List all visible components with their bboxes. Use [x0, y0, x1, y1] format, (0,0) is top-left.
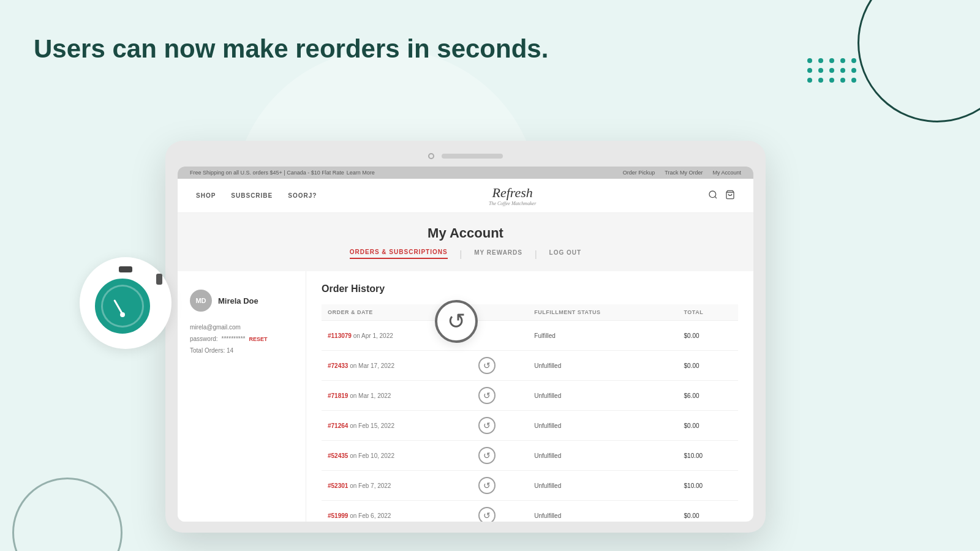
tab-my-rewards[interactable]: MY REWARDS [474, 249, 522, 258]
table-row: #71264 on Feb 15, 2022 ↺ Unfulfilled $0.… [322, 411, 738, 441]
col-fulfillment: FULFILLMENT STATUS [528, 304, 677, 321]
fulfillment-status: Unfulfilled [528, 471, 677, 501]
stopwatch-side-button [156, 274, 162, 285]
stopwatch-top-button [119, 266, 132, 272]
reorder-button[interactable]: ↺ [478, 387, 496, 404]
reorder-cell: ↺ [472, 441, 528, 471]
fulfillment-status: Unfulfilled [528, 441, 677, 471]
user-sidebar: MD Mirela Doe mirela@gmail.com password:… [178, 271, 306, 522]
tab-separator: | [460, 249, 462, 259]
order-link[interactable]: #71819 [328, 392, 348, 399]
main-nav: SHOP SUBSCRIBE SOORJ? Refresh The Coffee… [178, 179, 753, 213]
logo-subtitle: The Coffee Matchmaker [489, 201, 536, 206]
page-headline: Users can now make reorders in seconds. [34, 34, 548, 64]
order-total: $10.00 [678, 471, 738, 501]
large-reorder-button[interactable]: ↺ [435, 300, 478, 343]
password-label: password: [190, 335, 218, 342]
table-row: #51999 on Feb 6, 2022 ↺ Unfulfilled $0.0… [322, 501, 738, 522]
col-reorder [472, 304, 528, 321]
order-total: $0.00 [678, 321, 738, 351]
tablet-pill [442, 154, 503, 159]
nav-icon-group [708, 190, 735, 202]
tab-log-out[interactable]: LOG OUT [549, 249, 582, 258]
reorder-cell: ↺ [472, 471, 528, 501]
order-date: on Apr 1, 2022 [353, 332, 393, 339]
reorder-button[interactable]: ↺ [478, 477, 496, 494]
table-header-row: ORDER & DATE FULFILLMENT STATUS TOTAL [322, 304, 738, 321]
table-row: #72433 on Mar 17, 2022 ↺ Unfulfilled $0.… [322, 351, 738, 381]
reorder-button[interactable]: ↺ [478, 357, 496, 374]
order-link[interactable]: #71264 [328, 422, 348, 429]
password-mask: ********** [222, 335, 246, 342]
order-date: on Feb 6, 2022 [350, 512, 391, 519]
order-total: $6.00 [678, 381, 738, 411]
account-tabs: ORDERS & SUBSCRIPTIONS | MY REWARDS | LO… [190, 249, 741, 259]
page-header: My Account ORDERS & SUBSCRIPTIONS | MY R… [178, 213, 753, 271]
order-total: $0.00 [678, 351, 738, 381]
order-table: ORDER & DATE FULFILLMENT STATUS TOTAL #1… [322, 304, 738, 522]
tablet-camera [428, 153, 434, 159]
stopwatch-body [95, 279, 150, 334]
announcement-text: Free Shipping on all U.S. orders $45+ | … [190, 170, 375, 176]
reorder-button[interactable]: ↺ [478, 447, 496, 464]
order-total: $10.00 [678, 441, 738, 471]
table-row: #52435 on Feb 10, 2022 ↺ Unfulfilled $10… [322, 441, 738, 471]
order-history-title: Order History [322, 283, 738, 294]
reorder-cell: ↺ [472, 321, 528, 351]
fulfillment-status: Unfulfilled [528, 351, 677, 381]
nav-soorj[interactable]: SOORJ? [288, 192, 317, 199]
stopwatch-illustration [80, 257, 172, 349]
order-link[interactable]: #72433 [328, 362, 348, 369]
svg-line-1 [715, 197, 717, 198]
order-pickup-link[interactable]: Order Pickup [623, 170, 655, 176]
track-order-link[interactable]: Track My Order [665, 170, 703, 176]
order-id-date: #71264 on Feb 15, 2022 [322, 411, 472, 441]
announcement-bar: Free Shipping on all U.S. orders $45+ | … [178, 167, 753, 179]
fulfillment-status: Unfulfilled [528, 411, 677, 441]
total-orders: Total Orders: 14 [190, 347, 293, 354]
fulfillment-status: Unfulfilled [528, 381, 677, 411]
order-id-date: #72433 on Mar 17, 2022 [322, 351, 472, 381]
stopwatch-center [120, 312, 125, 317]
stopwatch-face [101, 285, 144, 328]
order-date: on Feb 15, 2022 [350, 422, 394, 429]
page-title: My Account [190, 225, 741, 241]
order-section: Order History ORDER & DATE FULFILLMENT S… [306, 271, 753, 522]
order-date: on Mar 1, 2022 [350, 392, 391, 399]
order-link[interactable]: #51999 [328, 512, 348, 519]
search-icon[interactable] [708, 190, 718, 202]
order-total: $0.00 [678, 501, 738, 522]
order-total: $0.00 [678, 411, 738, 441]
tab-orders-subscriptions[interactable]: ORDERS & SUBSCRIPTIONS [350, 249, 448, 259]
order-id-date: #52435 on Feb 10, 2022 [322, 441, 472, 471]
logo[interactable]: Refresh The Coffee Matchmaker [489, 185, 536, 206]
table-row: #71819 on Mar 1, 2022 ↺ Unfulfilled $6.0… [322, 381, 738, 411]
table-row: #52301 on Feb 7, 2022 ↺ Unfulfilled $10.… [322, 471, 738, 501]
reorder-button[interactable]: ↺ [478, 507, 496, 522]
order-date: on Mar 17, 2022 [350, 362, 394, 369]
tablet-notch [178, 153, 753, 159]
nav-links: SHOP SUBSCRIBE SOORJ? [196, 192, 317, 199]
reorder-overlay: ↺ [435, 300, 478, 343]
reset-password-link[interactable]: RESET [249, 336, 268, 342]
tab-separator-2: | [535, 249, 537, 259]
logo-text: Refresh [489, 185, 536, 201]
cart-icon[interactable] [725, 190, 735, 202]
user-password-row: password: ********** RESET [190, 335, 293, 342]
reorder-cell: ↺ [472, 351, 528, 381]
learn-more-link[interactable]: Learn More [347, 170, 375, 176]
my-account-link[interactable]: My Account [712, 170, 741, 176]
nav-shop[interactable]: SHOP [196, 192, 216, 199]
order-link[interactable]: #52435 [328, 452, 348, 459]
svg-point-0 [709, 191, 716, 198]
order-link[interactable]: #113079 [328, 332, 352, 339]
reorder-button[interactable]: ↺ [478, 417, 496, 434]
reorder-cell: ↺ [472, 501, 528, 522]
order-link[interactable]: #52301 [328, 482, 348, 489]
order-id-date: #51999 on Feb 6, 2022 [322, 501, 472, 522]
nav-subscribe[interactable]: SUBSCRIBE [231, 192, 273, 199]
fulfillment-status: Fulfilled [528, 321, 677, 351]
user-name: Mirela Doe [218, 296, 258, 305]
user-info-row: MD Mirela Doe [190, 290, 293, 312]
reorder-cell: ↺ [472, 381, 528, 411]
